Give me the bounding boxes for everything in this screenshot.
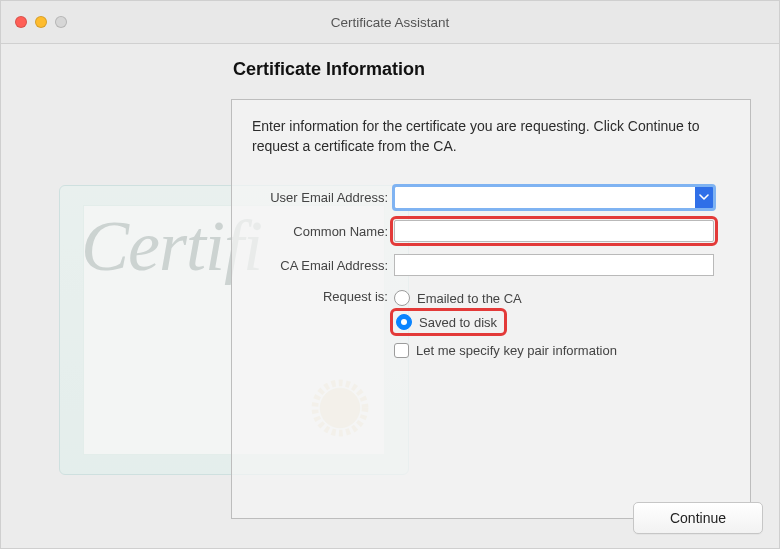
continue-button-label: Continue xyxy=(670,510,726,526)
minimize-window-button[interactable] xyxy=(35,16,47,28)
request-is-radiogroup: Emailed to the CA Saved to disk Let me s… xyxy=(394,286,730,362)
intro-text: Enter information for the certificate yo… xyxy=(252,116,720,157)
ca-email-row: CA Email Address: xyxy=(252,252,730,278)
chevron-down-icon[interactable] xyxy=(695,187,713,208)
titlebar: Certificate Assistant xyxy=(1,1,779,44)
checkbox-icon xyxy=(394,343,409,358)
panel-title: Certificate Information xyxy=(233,59,425,80)
ca-email-input[interactable] xyxy=(394,254,714,276)
request-is-row: Request is: Emailed to the CA Saved to d… xyxy=(252,286,730,362)
window-title: Certificate Assistant xyxy=(331,15,450,30)
radio-saved-to-disk[interactable]: Saved to disk xyxy=(394,310,730,334)
radio-icon xyxy=(394,290,410,306)
close-window-button[interactable] xyxy=(15,16,27,28)
common-name-label: Common Name: xyxy=(252,224,394,239)
radio-saved-label: Saved to disk xyxy=(419,315,497,330)
user-email-row: User Email Address: xyxy=(252,184,730,210)
specify-keypair-checkbox[interactable]: Let me specify key pair information xyxy=(394,338,730,362)
radio-emailed-to-ca[interactable]: Emailed to the CA xyxy=(394,286,730,310)
traffic-lights xyxy=(15,16,67,28)
common-name-input[interactable] xyxy=(394,220,714,242)
radio-emailed-label: Emailed to the CA xyxy=(417,291,522,306)
user-email-input[interactable] xyxy=(395,187,695,208)
specify-keypair-label: Let me specify key pair information xyxy=(416,343,617,358)
zoom-window-button xyxy=(55,16,67,28)
form: User Email Address: Common Name: xyxy=(252,184,730,370)
radio-icon xyxy=(396,314,412,330)
request-is-label: Request is: xyxy=(252,286,394,304)
form-panel: Enter information for the certificate yo… xyxy=(231,99,751,519)
user-email-label: User Email Address: xyxy=(252,190,394,205)
ca-email-label: CA Email Address: xyxy=(252,258,394,273)
common-name-row: Common Name: xyxy=(252,218,730,244)
user-email-combobox[interactable] xyxy=(394,186,714,209)
content: Certifi Certificate Information Enter in… xyxy=(1,43,779,548)
window: Certificate Assistant Certifi Certifi xyxy=(0,0,780,549)
continue-button[interactable]: Continue xyxy=(633,502,763,534)
